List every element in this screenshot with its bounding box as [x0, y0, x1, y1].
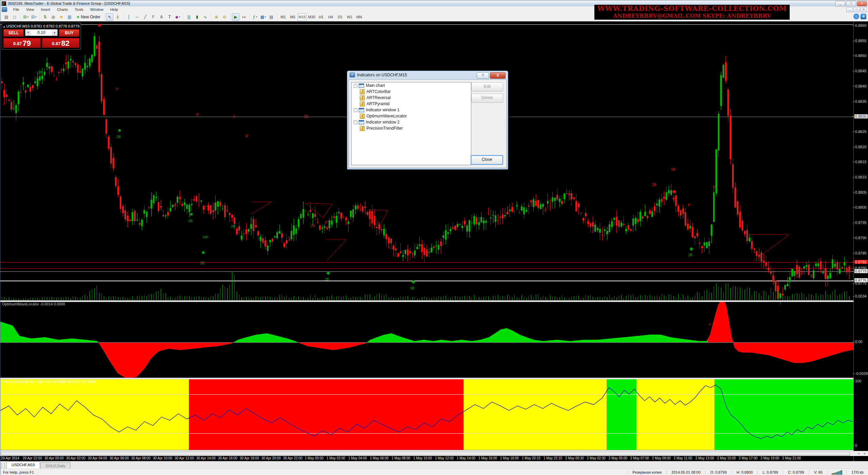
- zoom-out-icon[interactable]: ⊖: [221, 13, 228, 21]
- scrollbar-thumb[interactable]: [1, 452, 850, 456]
- templates-dropdown-icon[interactable]: ▾: [265, 16, 266, 18]
- timeframe-w1[interactable]: W1: [345, 13, 354, 21]
- indicator-tree[interactable]: -Main chartfARTColorBarfARTReversalfARTP…: [351, 82, 471, 165]
- candle-chart-icon[interactable]: ▮: [193, 13, 201, 21]
- volume-up-icon[interactable]: ▲: [52, 30, 57, 36]
- pane-separator-1[interactable]: [0, 300, 868, 302]
- crosshair-icon[interactable]: ┼: [114, 13, 121, 21]
- status-backup: Резервная копия: [627, 470, 666, 475]
- dialog-help-button[interactable]: ?: [477, 72, 489, 79]
- volume-down-icon[interactable]: ▼: [25, 30, 31, 36]
- sell-button[interactable]: SELL: [3, 29, 24, 37]
- navigator-icon[interactable]: ◎: [50, 13, 57, 21]
- menu-item-tools[interactable]: Tools: [71, 7, 87, 12]
- print-preview-icon[interactable]: ◻: [11, 13, 18, 21]
- chart-tab-golddaily[interactable]: GOLD,Daily: [40, 462, 71, 469]
- menu-item-file[interactable]: File: [10, 7, 23, 12]
- indicators-dropdown-icon[interactable]: ▾: [256, 16, 257, 18]
- bid-price-box[interactable]: 0.87 79: [3, 38, 41, 48]
- collapse-icon[interactable]: ▴: [3, 25, 5, 28]
- menu-item-insert[interactable]: Insert: [37, 7, 54, 12]
- minimize-button[interactable]: _: [835, 1, 845, 6]
- trade-panel-header[interactable]: ▴USDCHF,M15 0.8781 0.8782 0.8778 0.8779: [2, 23, 81, 29]
- timeframe-m15[interactable]: M15: [298, 13, 307, 21]
- maximize-button[interactable]: □: [846, 1, 856, 6]
- tree-node-main-chart[interactable]: -Main chart: [352, 82, 471, 89]
- new-chart-icon[interactable]: ⊞▾: [22, 13, 29, 21]
- timeframe-h1[interactable]: H1: [317, 13, 326, 21]
- timeframe-m30[interactable]: M30: [307, 13, 316, 21]
- fibonacci-icon[interactable]: F: [150, 13, 157, 21]
- delete-button[interactable]: Delete: [471, 94, 503, 103]
- menu-item-window[interactable]: Window: [87, 7, 107, 12]
- timeframe-m1[interactable]: M1: [279, 13, 288, 21]
- period-selector-icon[interactable]: ▤: [268, 13, 275, 21]
- exp-collapse-icon[interactable]: -: [354, 108, 357, 112]
- tree-indicator-artcolorbar[interactable]: fARTColorBar: [352, 89, 471, 95]
- exp-collapse-icon[interactable]: -: [354, 120, 357, 124]
- arrows-icon[interactable]: ◆▾: [174, 13, 181, 21]
- tree-node-indicator-window-1[interactable]: -Indicator window 1: [352, 107, 471, 113]
- close-dialog-button[interactable]: Close: [471, 155, 503, 165]
- chart-system-icon[interactable]: [2, 7, 7, 12]
- terminal-icon[interactable]: ▥: [66, 13, 73, 21]
- price-axis[interactable]: 0.88600.88550.88500.88450.88400.88350.88…: [853, 21, 868, 461]
- market-watch-icon[interactable]: ⇅: [41, 13, 49, 21]
- arrows-dropdown-icon[interactable]: ▾: [179, 16, 180, 18]
- dialog-close-icon[interactable]: X: [490, 72, 506, 79]
- tree-indicator-artreversal[interactable]: fARTReversal: [352, 95, 471, 101]
- templates-icon[interactable]: ▦▾: [259, 13, 267, 21]
- text-icon[interactable]: A: [158, 13, 165, 21]
- indicators-icon[interactable]: ƒ▾: [251, 13, 259, 21]
- time-axis[interactable]: 29 Apr 201429 Apr 22:0030 Apr 00:0030 Ap…: [0, 456, 853, 461]
- exp-collapse-icon[interactable]: -: [354, 84, 357, 88]
- notification-badge-icon[interactable]: 4: [861, 14, 866, 19]
- zoom-in-icon[interactable]: ⊕: [213, 13, 220, 21]
- line-chart-icon[interactable]: ∿: [201, 13, 209, 21]
- favorites-icon[interactable]: ★: [58, 13, 65, 21]
- close-button[interactable]: X: [857, 1, 867, 6]
- auto-scroll-icon[interactable]: ▶: [232, 13, 239, 21]
- tree-indicator-artpyramid[interactable]: fARTPyramid: [352, 101, 471, 107]
- status-help-text: For Help, press F1: [0, 470, 627, 474]
- menu-item-charts[interactable]: Charts: [54, 7, 71, 12]
- chart-tab-usdchfm15[interactable]: USDCHF,M15: [6, 461, 40, 469]
- chart-shift-icon[interactable]: ↦: [240, 13, 248, 21]
- tree-indicator-precisiontrendfilter[interactable]: fPrecisionTrendFilter: [352, 125, 471, 131]
- child-minimize-button[interactable]: _: [846, 7, 853, 12]
- volume-stepper[interactable]: ▼ 0.10 ▲: [25, 29, 58, 36]
- ask-price-box[interactable]: 0.87 82: [42, 38, 79, 48]
- menu-item-view[interactable]: View: [23, 7, 38, 12]
- timeframe-mn[interactable]: MN: [355, 13, 363, 21]
- profiles-dropdown-icon[interactable]: ▾: [35, 16, 37, 18]
- menu-item-help[interactable]: Help: [107, 7, 121, 12]
- timeframe-d1[interactable]: D1: [336, 13, 344, 21]
- profiles-icon[interactable]: ⊟▾: [30, 13, 38, 21]
- buy-button[interactable]: BUY: [59, 29, 79, 37]
- volume-value[interactable]: 0.10: [31, 30, 52, 36]
- cursor-icon[interactable]: ↖: [106, 13, 113, 21]
- community-icon[interactable]: [853, 14, 859, 19]
- new-chart-dropdown-icon[interactable]: ▾: [27, 16, 28, 18]
- horizontal-line-icon[interactable]: ─: [133, 13, 141, 21]
- horizontal-scrollbar[interactable]: ◂ ▸: [0, 451, 868, 456]
- tree-indicator-optimumwavelocator[interactable]: fOptimumWaveLocator: [352, 113, 471, 119]
- bar-chart-icon[interactable]: |||: [185, 13, 193, 21]
- tree-node-indicator-window-2[interactable]: -Indicator window 2: [352, 119, 471, 125]
- scroll-left-icon[interactable]: ◂: [856, 452, 862, 456]
- print-icon[interactable]: ▤: [3, 13, 10, 21]
- vertical-line-icon[interactable]: │: [125, 13, 133, 21]
- timeframe-h4[interactable]: H4: [326, 13, 335, 21]
- scroll-right-icon[interactable]: ▸: [862, 452, 868, 456]
- text-label-icon[interactable]: T: [166, 13, 173, 21]
- trade-panel-quotes: USDCHF,M15 0.8781 0.8782 0.8778 0.8779: [6, 24, 80, 28]
- new-order-button[interactable]: +New Order: [75, 14, 103, 20]
- trendline-icon[interactable]: ╱: [141, 13, 149, 21]
- price-tick: 0.8810: [855, 175, 867, 179]
- edit-button[interactable]: Edit: [471, 82, 503, 92]
- tabs-grip: [1, 463, 5, 469]
- child-close-button[interactable]: X: [861, 7, 867, 12]
- timeframe-m5[interactable]: M5: [288, 13, 297, 21]
- child-restore-button[interactable]: □: [853, 7, 860, 12]
- pane-separator-2[interactable]: [0, 378, 868, 379]
